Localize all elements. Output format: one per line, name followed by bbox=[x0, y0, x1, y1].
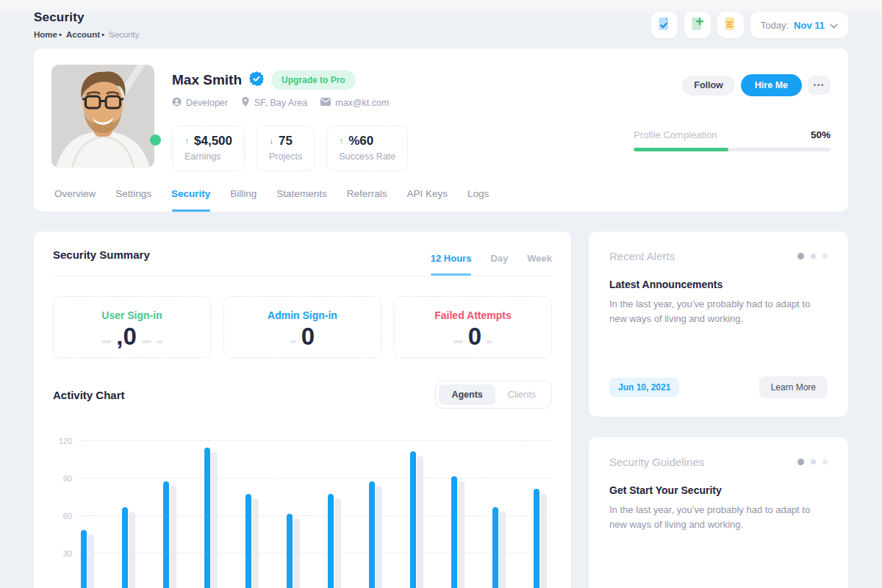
avatar-wrap bbox=[51, 65, 154, 168]
activity-bar bbox=[534, 489, 539, 588]
breadcrumb-account[interactable]: Account• bbox=[66, 30, 104, 39]
activity-chart-title: Activity Chart bbox=[53, 389, 125, 401]
admin-sign-in-label: Admin Sign-in bbox=[224, 309, 381, 321]
period-day[interactable]: Day bbox=[490, 253, 508, 276]
tab-logs[interactable]: Logs bbox=[467, 188, 489, 212]
progress-label: Profile Compleation bbox=[634, 129, 717, 140]
segment-clients[interactable]: Clients bbox=[495, 384, 548, 405]
activity-bar bbox=[245, 494, 251, 588]
person-icon bbox=[172, 97, 182, 109]
more-options-button[interactable]: ••• bbox=[808, 76, 831, 95]
user-sign-in-box: User Sign-in ,0 bbox=[53, 296, 211, 358]
carousel-dot-active[interactable] bbox=[797, 253, 804, 259]
avatar bbox=[51, 65, 154, 168]
placeholder-dash bbox=[290, 340, 296, 343]
tab-api-keys[interactable]: API Keys bbox=[406, 188, 448, 212]
activity-bar-shadow bbox=[252, 498, 259, 588]
success-rate-stat: ↑%60 Success Rate bbox=[326, 126, 408, 171]
period-week[interactable]: Week bbox=[527, 253, 552, 276]
user-sign-in-value: ,0 bbox=[116, 324, 137, 348]
failed-attempts-label: Failed Attempts bbox=[395, 309, 551, 321]
file-check-icon bbox=[657, 17, 671, 33]
carousel-dot-active[interactable] bbox=[797, 459, 804, 465]
guidelines-body: In the last year, you’ve probably had to… bbox=[609, 503, 828, 532]
progress-track bbox=[634, 148, 831, 151]
carousel-dot[interactable] bbox=[822, 459, 828, 465]
activity-bar bbox=[81, 530, 87, 588]
carousel-dot[interactable] bbox=[822, 254, 828, 259]
activity-bar-shadow bbox=[417, 456, 423, 588]
date-dropdown[interactable]: Today: Nov 11 bbox=[750, 12, 848, 38]
profile-tabs: Overview Settings Security Billing State… bbox=[51, 188, 831, 212]
activity-bar-shadow bbox=[334, 498, 341, 588]
topbar-actions: Today: Nov 11 bbox=[651, 12, 848, 38]
role-meta: Developer bbox=[172, 97, 228, 109]
y-tick-label: 90 bbox=[53, 474, 72, 483]
activity-bar-shadow bbox=[293, 518, 300, 588]
envelope-icon bbox=[320, 98, 331, 108]
activity-bar-shadow bbox=[211, 452, 218, 588]
tab-settings[interactable]: Settings bbox=[115, 188, 151, 212]
profile-info: Max Smith Upgrade to Pro Developer SF, B… bbox=[172, 65, 408, 171]
security-guidelines-card: Security Guidelines Get Start Your Secur… bbox=[589, 437, 848, 588]
chart-gridline bbox=[79, 478, 551, 478]
activity-chart-plot: 306090120 bbox=[53, 431, 552, 588]
chart-gridline bbox=[79, 440, 551, 441]
placeholder-dash bbox=[157, 340, 162, 343]
breadcrumb-home[interactable]: Home• bbox=[34, 30, 62, 39]
file-report-icon bbox=[723, 17, 737, 33]
verified-badge-icon bbox=[249, 71, 264, 89]
trend-up-icon: ↑ bbox=[339, 136, 343, 146]
placeholder-dash bbox=[453, 340, 463, 343]
summary-boxes: User Sign-in ,0 Admin Sign-in 0 bbox=[53, 296, 552, 358]
carousel-dot[interactable] bbox=[811, 459, 816, 465]
activity-bar-shadow bbox=[87, 534, 94, 588]
profile-actions: Follow Hire Me ••• bbox=[634, 74, 831, 96]
date-label: Today: bbox=[761, 20, 789, 31]
placeholder-dash bbox=[487, 340, 492, 343]
profile-meta: Developer SF, Bay Area max@kt.com bbox=[172, 97, 408, 109]
tab-referrals[interactable]: Referrals bbox=[347, 188, 387, 212]
breadcrumb-separator: • bbox=[101, 30, 104, 39]
hire-me-button[interactable]: Hire Me bbox=[741, 74, 802, 96]
chart-gridline bbox=[79, 515, 551, 516]
upgrade-to-pro-badge[interactable]: Upgrade to Pro bbox=[271, 71, 356, 90]
online-status-dot bbox=[150, 135, 161, 146]
guidelines-headline: Get Start Your Security bbox=[609, 484, 828, 496]
tab-billing[interactable]: Billing bbox=[230, 188, 257, 212]
activity-bar-shadow bbox=[540, 493, 547, 588]
projects-stat: ↓75 Projects bbox=[257, 126, 315, 171]
tab-overview[interactable]: Overview bbox=[54, 188, 96, 212]
carousel-dot[interactable] bbox=[811, 254, 816, 259]
activity-bar bbox=[369, 481, 375, 588]
learn-more-button[interactable]: Learn More bbox=[759, 376, 828, 398]
file-check-button[interactable] bbox=[651, 12, 678, 38]
activity-bar bbox=[204, 448, 210, 588]
security-page: Security Home• Account• Security bbox=[0, 0, 882, 588]
alert-date-badge: Jun 10, 2021 bbox=[609, 378, 679, 397]
file-add-button[interactable] bbox=[684, 12, 711, 38]
tab-security[interactable]: Security bbox=[171, 188, 210, 212]
period-12-hours[interactable]: 12 Hours bbox=[431, 253, 472, 276]
right-column: Recent Alerts Latest Announcements In th… bbox=[589, 232, 848, 588]
breadcrumb: Home• Account• Security bbox=[34, 30, 140, 39]
file-report-button[interactable] bbox=[717, 12, 744, 38]
progress-value: 50% bbox=[811, 129, 831, 140]
file-add-icon bbox=[690, 17, 704, 33]
profile-stats: ↑$4,500 Earnings ↓75 Projects ↑%60 Succe… bbox=[172, 126, 408, 171]
tab-statements[interactable]: Statements bbox=[276, 188, 326, 212]
activity-bar-shadow bbox=[129, 512, 135, 588]
segment-agents[interactable]: Agents bbox=[439, 384, 495, 405]
earnings-value: $4,500 bbox=[194, 134, 232, 148]
trend-down-icon: ↓ bbox=[269, 136, 273, 146]
follow-button[interactable]: Follow bbox=[682, 76, 735, 96]
chevron-down-icon bbox=[830, 20, 838, 31]
activity-bar-shadow bbox=[170, 486, 176, 588]
activity-bar-shadow bbox=[499, 512, 506, 588]
y-tick-label: 60 bbox=[53, 512, 72, 520]
security-guidelines-title: Security Guidelines bbox=[609, 456, 704, 468]
success-rate-label: Success Rate bbox=[339, 151, 395, 162]
projects-label: Projects bbox=[269, 151, 302, 162]
activity-bar bbox=[410, 451, 416, 588]
security-summary-title: Security Summary bbox=[53, 248, 150, 276]
